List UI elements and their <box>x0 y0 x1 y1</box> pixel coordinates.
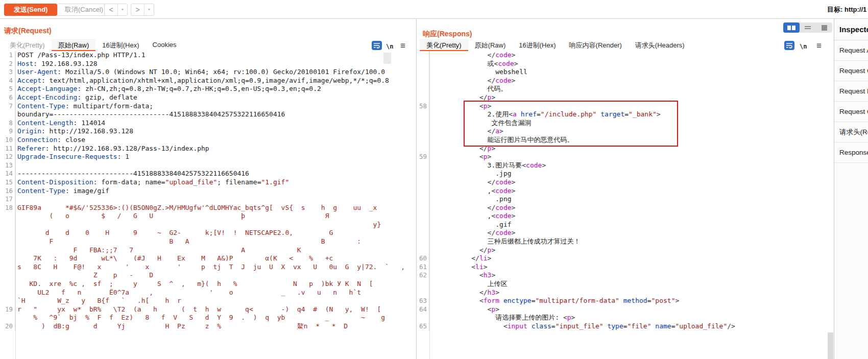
request-scrollbar-thumb[interactable] <box>383 53 391 64</box>
inspector-item-2[interactable]: Request Body Parameters <box>834 81 868 102</box>
code-text: F FBA:;;7 7 A K <box>15 246 301 255</box>
code-text: 上传区 <box>429 280 508 289</box>
code-text: 7K : 9d wL*\ (#J H Ex M A&)P α(K < % +c <box>15 254 333 263</box>
line-number <box>417 85 429 93</box>
code-line: 58 <p> <box>417 102 834 111</box>
prev-request-button[interactable]: < ▼ <box>104 4 128 16</box>
next-dropdown-caret-icon[interactable]: ▼ <box>144 4 154 15</box>
code-text: -----------------------------41518883384… <box>15 170 249 178</box>
code-line: 能运行图片马中的恶意代码。 <box>417 136 834 145</box>
wrap-glyph <box>786 42 793 49</box>
cancel-button[interactable]: 取消(Cancel) <box>57 4 111 16</box>
line-number: 14 <box>0 170 15 178</box>
code-text: </a> <box>429 127 503 136</box>
code-line: 或<code> <box>417 60 834 68</box>
code-line: </p> <box>417 145 834 153</box>
code-line: .jpg <box>417 170 834 178</box>
code-text: F B A B : <box>15 237 361 246</box>
send-button[interactable]: 发送(Send) <box>4 4 57 16</box>
code-text: Origin: http://192.168.93.128 <box>15 127 133 136</box>
line-number <box>0 254 15 263</box>
prev-arrow-icon[interactable]: < <box>105 4 118 15</box>
line-number: 15 <box>0 178 15 187</box>
code-line: `H W_z y B{f ` .h[ h r <box>0 297 416 305</box>
response-tab-render[interactable]: 响应内容(Render) <box>563 39 629 51</box>
line-number <box>0 297 15 305</box>
line-number: 65 <box>417 322 429 331</box>
response-tab-pretty[interactable]: 美化(Pretty) <box>420 39 468 51</box>
line-number <box>417 161 429 170</box>
code-text: <form enctype="multipart/form-data" meth… <box>429 297 679 305</box>
line-number <box>417 212 429 221</box>
line-number <box>417 314 429 322</box>
inspector-item-5[interactable]: Response Headers <box>834 142 868 163</box>
code-text: ,<code> <box>429 187 515 196</box>
line-number: 18 <box>0 204 15 212</box>
code-text: 请选择要上传的图片: <p> <box>429 314 575 322</box>
request-tab-cookies[interactable]: Cookies <box>146 39 183 51</box>
line-number <box>417 127 429 136</box>
line-number <box>0 212 15 221</box>
inspector-item-4[interactable]: 请求头(Request Headers) <box>834 122 868 142</box>
code-line: 59 <p> <box>417 153 834 161</box>
response-wrap-lines-icon[interactable] <box>784 41 794 50</box>
line-number <box>417 237 429 246</box>
response-menu-icon[interactable]: ≡ <box>816 41 822 50</box>
response-tab-headers[interactable]: 请求头(Headers) <box>629 39 691 51</box>
code-line: 64 <p> <box>417 305 834 314</box>
code-line: ,<code> <box>417 212 834 221</box>
code-text: </code> <box>429 229 515 237</box>
response-panel-title: 响应(Respons) <box>423 30 472 39</box>
line-number: 60 <box>417 254 429 263</box>
line-number <box>417 51 429 60</box>
response-tab-raw[interactable]: 原始(Raw) <box>468 39 513 51</box>
view-single-button[interactable] <box>816 22 832 33</box>
response-scrollbar-thumb[interactable] <box>828 332 833 359</box>
code-line: 65 <input class="input_file" type="file"… <box>417 322 834 331</box>
code-text: boundary=-----------------------------41… <box>15 110 285 119</box>
code-text: 或<code> <box>429 60 518 68</box>
code-line: </h3> <box>417 289 834 297</box>
line-number <box>417 110 429 119</box>
code-text: POST /Pass-13/index.php HTTP/1.1 <box>15 51 145 60</box>
line-number <box>0 271 15 280</box>
request-tab-raw[interactable]: 原始(Raw) <box>52 39 96 51</box>
code-line: boundary=-----------------------------41… <box>0 110 416 119</box>
code-text: <li> <box>429 263 488 272</box>
request-tab-pretty[interactable]: 美化(Pretty) <box>3 39 52 51</box>
next-request-button[interactable]: > ▼ <box>131 4 154 16</box>
code-line: 8Content-Length: 114014 <box>0 119 416 128</box>
request-wrap-lines-icon[interactable] <box>372 41 382 50</box>
target-label: 目标: http://1 <box>827 5 866 14</box>
code-text: ,<code> <box>429 212 515 221</box>
code-text: % ^9` bj % F f Ez) 8 f V S d Y 9 . ) q y… <box>15 314 385 322</box>
request-tab-hex[interactable]: 16进制(Hex) <box>95 39 146 51</box>
request-menu-icon[interactable]: ≡ <box>400 41 405 50</box>
code-text: ( o $ / G U þ Я <box>15 212 329 221</box>
prev-dropdown-caret-icon[interactable]: ▼ <box>118 4 127 15</box>
response-newline-toggle[interactable]: \n <box>800 43 807 50</box>
code-line: 16Content-Type: image/gif <box>0 187 416 196</box>
code-text: User-Agent: Mozilla/5.0 (Windows NT 10.0… <box>15 68 385 77</box>
response-editor[interactable]: </code> 或<code> webshell </code> 代码。 </p… <box>417 51 834 359</box>
view-split-columns-button[interactable] <box>783 22 800 33</box>
request-editor[interactable]: 1POST /Pass-13/index.php HTTP/1.12Host: … <box>0 51 416 359</box>
code-text: .gif <box>429 221 512 229</box>
next-arrow-icon[interactable]: > <box>131 4 144 15</box>
line-number <box>0 289 15 297</box>
code-line: </code> <box>417 77 834 85</box>
code-line: 上传区 <box>417 280 834 289</box>
inspector-item-0[interactable]: Request Attributes <box>834 40 868 61</box>
code-line: y} <box>0 221 416 229</box>
request-newline-toggle[interactable]: \n <box>386 43 393 50</box>
inspector-item-1[interactable]: Request Query Parameters <box>834 61 868 81</box>
code-text: y} <box>15 221 381 229</box>
line-number: 11 <box>0 145 15 153</box>
response-tab-hex[interactable]: 16进制(Hex) <box>512 39 562 51</box>
view-split-rows-button[interactable] <box>800 22 816 33</box>
inspector-panel: Inspector Request AttributesRequest Quer… <box>834 19 868 359</box>
code-text: Content-Type: multipart/form-data; <box>15 102 153 111</box>
request-panel-title: 请求(Request) <box>4 27 52 36</box>
inspector-item-3[interactable]: Request Cookies <box>834 102 868 122</box>
line-number: 19 <box>0 305 15 314</box>
